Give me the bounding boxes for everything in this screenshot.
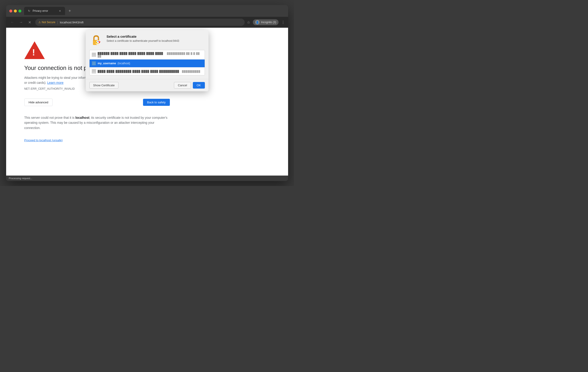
bookmark-button[interactable]: ☆ (247, 20, 250, 25)
status-bar: Processing request... (6, 176, 288, 181)
cert-item-1[interactable]: ██████ ████ ████ ████ ████ ████ ████ ███… (90, 50, 205, 60)
svg-rect-8 (93, 62, 95, 64)
status-text: Processing request... (9, 177, 32, 180)
incognito-icon: 👤 (255, 20, 260, 25)
dialog-footer: Show Certificate Cancel OK (86, 79, 209, 91)
traffic-lights (9, 10, 21, 12)
show-certificate-button[interactable]: Show Certificate (89, 82, 119, 89)
svg-point-5 (97, 42, 99, 44)
back-button[interactable]: ← (9, 19, 16, 25)
cert-icon-2 (92, 61, 96, 65)
title-bar: ↻ Privacy error × + (6, 5, 288, 17)
not-secure-badge: ⚠ Not Secure (38, 21, 55, 24)
new-tab-button[interactable]: + (67, 8, 73, 14)
maximize-button[interactable] (18, 10, 21, 12)
address-url: localhost:9443/nifi (60, 21, 84, 24)
tab-close-button[interactable]: × (58, 9, 62, 13)
not-secure-label: Not Secure (42, 21, 55, 24)
tab-favicon: ↻ (27, 9, 31, 13)
svg-rect-6 (93, 53, 95, 56)
page-content: Your connection is not private Attackers… (6, 28, 288, 176)
toolbar-right: ☆ 👤 Incognito (3) ⋮ (247, 19, 285, 25)
forward-button[interactable]: → (18, 19, 24, 25)
browser-window: ↻ Privacy error × + ← → ✕ ⚠ Not Secure |… (6, 5, 288, 181)
cert-icon-3 (92, 69, 96, 73)
svg-rect-10 (93, 70, 95, 72)
dialog-title: Select a certificate (107, 35, 203, 38)
incognito-label: Incognito (3) (261, 21, 276, 24)
dialog-title-section: Select a certificate Select a certificat… (107, 35, 203, 42)
close-button[interactable] (9, 10, 12, 12)
active-tab[interactable]: ↻ Privacy error × (24, 7, 65, 15)
cert-item-3[interactable]: ████ ████ ████████ ████ ████ ████ ██████… (90, 68, 205, 75)
lock-icon (91, 35, 103, 46)
cert-icon-1 (92, 53, 96, 57)
ok-button[interactable]: OK (193, 82, 205, 89)
cert-item-2[interactable]: my_username (localhost) (90, 60, 205, 68)
dialog-overlay: Select a certificate Select a certificat… (6, 28, 288, 176)
dialog-footer-right: Cancel OK (174, 82, 205, 89)
warning-icon: ⚠ (38, 21, 41, 24)
cert-list: ██████ ████ ████ ████ ████ ████ ████ ███… (89, 50, 205, 75)
cancel-button[interactable]: Cancel (174, 82, 191, 89)
certificate-dialog: Select a certificate Select a certificat… (86, 30, 209, 91)
dialog-subtitle: Select a certificate to authenticate you… (107, 39, 203, 42)
incognito-badge: 👤 Incognito (3) (253, 19, 279, 25)
cert-3-name: ████ ████ ████████ ████ ████ ████ ██████… (98, 70, 200, 73)
tab-title: Privacy error (33, 9, 56, 12)
cert-2-name: my_username (localhost) (98, 62, 130, 65)
dialog-header: Select a certificate Select a certificat… (86, 30, 209, 50)
address-divider: | (57, 20, 58, 24)
address-bar: ← → ✕ ⚠ Not Secure | localhost:9443/nifi… (6, 17, 288, 28)
minimize-button[interactable] (14, 10, 17, 12)
tab-bar: ↻ Privacy error × + (24, 7, 285, 15)
more-menu-button[interactable]: ⋮ (281, 20, 285, 25)
cert-1-name: ██████ ████ ████ ████ ████ ████ ████ ███… (98, 52, 202, 58)
reload-button[interactable]: ✕ (27, 19, 33, 25)
address-input[interactable]: ⚠ Not Secure | localhost:9443/nifi (35, 19, 245, 26)
